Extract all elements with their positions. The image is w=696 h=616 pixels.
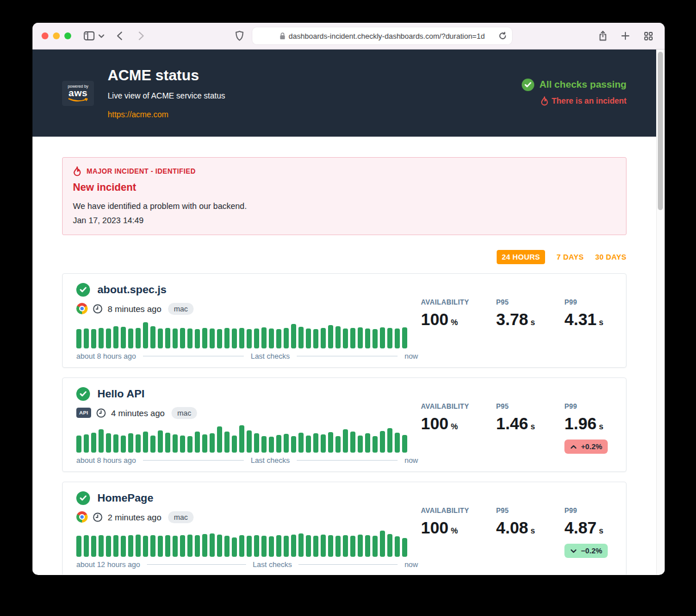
axis-end-label: now	[404, 456, 418, 465]
aws-smile-icon	[67, 98, 89, 102]
range-tab-30-days[interactable]: 30 DAYS	[595, 253, 627, 261]
status-bar	[372, 436, 378, 453]
status-bar	[380, 531, 385, 557]
scrollbar-thumb[interactable]	[658, 52, 663, 210]
new-tab-icon[interactable]	[618, 28, 633, 43]
axis-start-label: about 8 hours ago	[76, 456, 136, 465]
status-bar	[402, 435, 407, 453]
status-bar	[298, 433, 304, 453]
minimize-window-button[interactable]	[53, 32, 60, 39]
lock-icon	[280, 32, 285, 40]
status-bar	[99, 429, 104, 453]
status-bar	[76, 436, 81, 453]
trend-up-icon	[570, 445, 577, 449]
axis-end-label: now	[404, 560, 418, 569]
status-bar	[173, 536, 178, 557]
zoom-window-button[interactable]	[64, 32, 71, 39]
status-bar	[224, 432, 230, 453]
stat-label: P99	[564, 298, 612, 306]
status-bars-chart	[76, 531, 418, 557]
status-bar	[276, 435, 281, 453]
status-bar	[158, 328, 163, 348]
status-bar	[121, 327, 126, 348]
status-bar	[143, 432, 148, 453]
chrome-icon	[76, 511, 88, 523]
status-bar	[165, 328, 170, 348]
status-bar	[113, 535, 118, 557]
last-run-text: 8 minutes ago	[108, 304, 161, 314]
reload-icon[interactable]	[497, 31, 507, 41]
status-bar	[84, 328, 89, 348]
close-window-button[interactable]	[42, 32, 48, 39]
axis-start-label: about 8 hours ago	[76, 352, 136, 360]
stat-value: 1.96s	[564, 414, 612, 433]
checks-list: about.spec.js 8 minutes ago mac about 8 …	[62, 273, 627, 574]
status-bar	[150, 326, 155, 348]
check-stats: AVAILABILITY100%P953.78sP994.31s	[421, 283, 612, 360]
incident-link[interactable]: There is an incident	[541, 96, 627, 106]
range-tabs: 24 HOURS7 DAYS30 DAYS	[62, 250, 627, 264]
status-bar	[313, 433, 318, 453]
stat-value: 4.87s	[564, 519, 612, 537]
stat-unit: s	[530, 422, 535, 431]
status-bar	[232, 328, 237, 348]
page-title: ACME status	[108, 67, 225, 84]
status-bar	[343, 328, 348, 348]
stat-value: 3.78s	[496, 310, 544, 329]
status-bar	[247, 329, 252, 348]
status-bar	[247, 536, 252, 557]
acme-link[interactable]: https://acme.com	[108, 110, 169, 119]
status-bar	[224, 328, 230, 348]
sidebar-icon[interactable]	[81, 28, 96, 43]
stat-p99: P994.31s	[564, 298, 612, 360]
status-bar	[99, 328, 104, 348]
url-bar[interactable]: dashboards-incident.checkly-dashboards.c…	[252, 27, 512, 44]
status-bar	[350, 536, 355, 557]
status-bar	[321, 434, 326, 453]
range-tab-7-days[interactable]: 7 DAYS	[556, 253, 584, 261]
axis-line	[297, 356, 398, 356]
status-bar	[313, 536, 318, 557]
back-button[interactable]	[112, 28, 127, 43]
status-bar	[365, 328, 370, 348]
axis-line	[143, 460, 244, 461]
status-bar	[180, 535, 185, 557]
status-bar	[202, 328, 207, 348]
share-icon[interactable]	[595, 28, 610, 43]
stat-label: AVAILABILITY	[421, 403, 476, 410]
axis-mid-label: Last checks	[251, 456, 290, 465]
status-bar	[76, 329, 81, 348]
forward-button[interactable]	[134, 28, 149, 43]
status-bar	[306, 328, 311, 348]
axis-start-label: about 12 hours ago	[76, 560, 140, 569]
tab-overview-icon[interactable]	[641, 28, 656, 43]
status-bar	[387, 428, 392, 453]
status-bar	[261, 327, 267, 348]
status-bar	[217, 426, 222, 453]
status-bar	[113, 434, 118, 453]
status-bar	[335, 326, 341, 348]
shield-icon[interactable]	[232, 28, 247, 43]
status-bar	[143, 536, 148, 557]
stat-label: AVAILABILITY	[421, 298, 476, 306]
status-bar	[187, 535, 193, 557]
status-bar	[113, 326, 118, 348]
status-bar	[276, 535, 281, 557]
status-bar	[328, 432, 333, 453]
chevron-down-icon[interactable]	[96, 28, 107, 43]
status-bar	[128, 433, 133, 453]
page-scrollbar[interactable]	[656, 50, 665, 574]
stat-label: P95	[496, 507, 544, 515]
status-bar	[187, 328, 193, 348]
status-bar	[313, 329, 318, 348]
stat-availability: AVAILABILITY100%	[421, 507, 476, 569]
status-bars-chart	[76, 426, 418, 453]
status-bar	[150, 535, 155, 557]
status-bar	[195, 329, 200, 348]
incident-banner: MAJOR INCIDENT - IDENTIFIED New incident…	[62, 157, 627, 235]
range-tab-24-hours[interactable]: 24 HOURS	[497, 250, 545, 264]
stat-unit: s	[599, 422, 603, 431]
aws-logo: powered by aws	[62, 81, 94, 106]
status-bar	[217, 535, 222, 557]
clock-icon	[93, 304, 103, 314]
